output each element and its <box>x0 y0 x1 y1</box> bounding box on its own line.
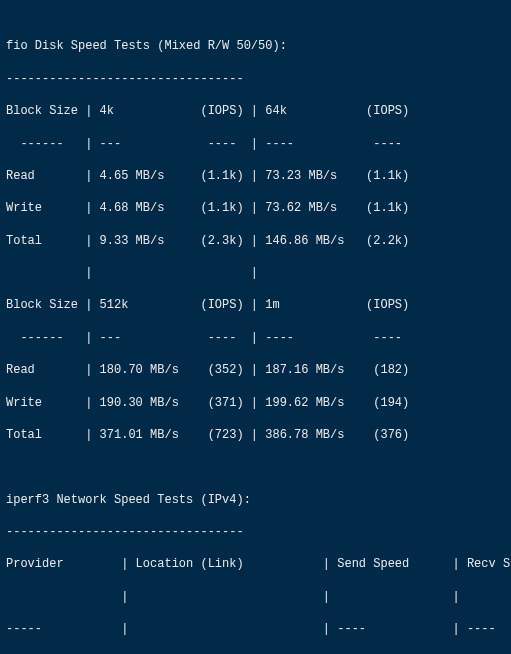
fio-dash2: ------ | --- ---- | ---- ---- <box>6 330 505 346</box>
fio-header2: Block Size | 512k (IOPS) | 1m (IOPS) <box>6 297 505 313</box>
fio-row: Total | 371.01 MB/s (723) | 386.78 MB/s … <box>6 427 505 443</box>
iperf-sep: --------------------------------- <box>6 524 505 540</box>
fio-row: Write | 4.68 MB/s (1.1k) | 73.62 MB/s (1… <box>6 200 505 216</box>
blank-line <box>6 459 505 475</box>
fio-row: | | <box>6 265 505 281</box>
fio-title: fio Disk Speed Tests (Mixed R/W 50/50): <box>6 38 505 54</box>
iperf-blank: | | | <box>6 589 505 605</box>
iperf-title: iperf3 Network Speed Tests (IPv4): <box>6 492 505 508</box>
iperf-dash: ----- | | ---- | ---- <box>6 621 505 637</box>
fio-row: Write | 190.30 MB/s (371) | 199.62 MB/s … <box>6 395 505 411</box>
iperf-header: Provider | Location (Link) | Send Speed … <box>6 556 505 572</box>
fio-sep: --------------------------------- <box>6 71 505 87</box>
fio-row: Total | 9.33 MB/s (2.3k) | 146.86 MB/s (… <box>6 233 505 249</box>
fio-row: Read | 4.65 MB/s (1.1k) | 73.23 MB/s (1.… <box>6 168 505 184</box>
fio-row: Read | 180.70 MB/s (352) | 187.16 MB/s (… <box>6 362 505 378</box>
fio-header1: Block Size | 4k (IOPS) | 64k (IOPS) <box>6 103 505 119</box>
fio-dash1: ------ | --- ---- | ---- ---- <box>6 136 505 152</box>
